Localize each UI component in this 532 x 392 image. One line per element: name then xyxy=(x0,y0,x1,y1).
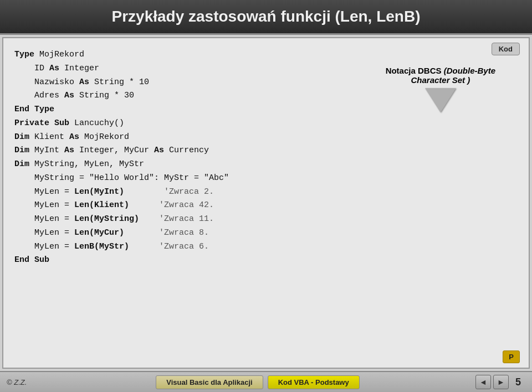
next-button[interactable]: ► xyxy=(493,375,509,389)
code-line-14: MyLen = Len(MyCur) 'Zwraca 8. xyxy=(14,226,518,240)
code-line-3: Nazwisko As String * 10 xyxy=(14,76,518,90)
page-number: 5 xyxy=(511,376,525,388)
code-line-13: MyLen = Len(MyString) 'Zwraca 11. xyxy=(14,213,518,226)
code-line-5: End Type xyxy=(14,103,518,117)
code-line-16: End Sub xyxy=(14,254,518,267)
prev-button[interactable]: ◄ xyxy=(475,375,491,389)
tab-visual-basic[interactable]: Visual Basic dla Aplikacji xyxy=(156,375,263,389)
main-content: Kod Notacja DBCS (Double-Byte Character … xyxy=(2,37,530,369)
code-line-12: MyLen = Len(Klient) 'Zwraca 42. xyxy=(14,199,518,213)
footer-tabs: Visual Basic dla Aplikacji Kod VBA - Pod… xyxy=(40,375,475,389)
tab-kod-vba[interactable]: Kod VBA - Podstawy xyxy=(268,375,360,389)
code-line-11: MyLen = Len(MyInt) 'Zwraca 2. xyxy=(14,185,518,199)
footer: © Z.Z. Visual Basic dla Aplikacji Kod VB… xyxy=(0,371,532,392)
footer-logo: © Z.Z. xyxy=(7,378,40,386)
code-line-4: Adres As String * 30 xyxy=(14,89,518,103)
code-line-10: MyString = "Hello World": MyStr = "Abc" xyxy=(14,172,518,185)
code-block: Type MojRekord ID As Integer Nazwisko As… xyxy=(14,48,518,267)
page-title: Przykłady zastosowań funkcji (Len, LenB) xyxy=(11,8,521,25)
code-line-7: Dim Klient As MojRekord xyxy=(14,131,518,145)
p-badge: P xyxy=(503,350,520,363)
code-line-9: Dim MyString, MyLen, MyStr xyxy=(14,158,518,172)
code-area: Kod Notacja DBCS (Double-Byte Character … xyxy=(3,38,529,368)
code-line-6: Private Sub Lancuchy() xyxy=(14,117,518,131)
code-line-2: ID As Integer xyxy=(14,62,518,76)
footer-nav: ◄ ► 5 xyxy=(475,375,525,389)
code-line-1: Type MojRekord xyxy=(14,48,518,62)
code-line-8: Dim MyInt As Integer, MyCur As Currency xyxy=(14,144,518,158)
code-line-15: MyLen = LenB(MyStr) 'Zwraca 6. xyxy=(14,240,518,254)
title-bar: Przykłady zastosowań funkcji (Len, LenB) xyxy=(0,0,532,35)
